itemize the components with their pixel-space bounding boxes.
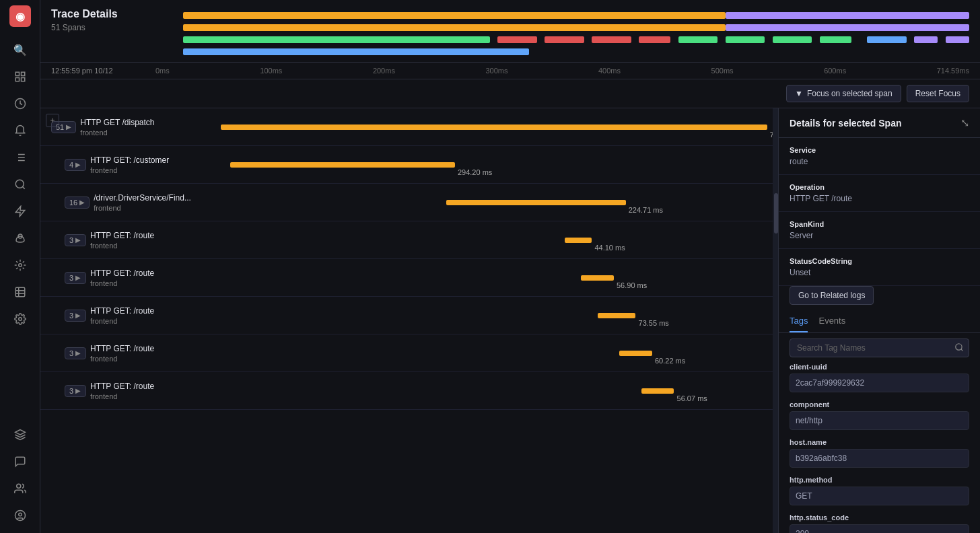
tick-6: 600ms — [824, 67, 846, 75]
tag-value[interactable]: GET — [790, 487, 969, 505]
span-name: HTTP GET: /route — [90, 231, 225, 240]
span-bar — [619, 351, 652, 356]
span-list[interactable]: 51 ▶ HTTP GET /dispatch frontend 714.21 … — [40, 108, 778, 533]
tag-name: client-uuid — [790, 363, 969, 371]
span-bar-inner — [581, 275, 614, 281]
span-bar-inner — [565, 238, 592, 243]
operation-section: Operation HTTP GET /route — [779, 175, 980, 212]
tag-name: component — [790, 400, 969, 408]
svg-point-11 — [15, 180, 24, 188]
chevron-icon[interactable]: ▶ — [75, 349, 81, 357]
sidebar-item-bugs[interactable] — [8, 226, 32, 250]
tick-7: 714.59ms — [937, 67, 969, 75]
app-logo[interactable]: ◉ — [9, 5, 31, 27]
sidebar-item-settings[interactable] — [8, 307, 32, 331]
chevron-icon[interactable]: ▶ — [66, 123, 71, 131]
tag-name: http.method — [790, 476, 969, 484]
sidebar-item-service[interactable] — [8, 253, 32, 277]
sidebar-item-users[interactable] — [8, 476, 32, 501]
span-count-badge[interactable]: 3 ▶ — [65, 234, 86, 246]
tick-3: 300ms — [485, 67, 508, 75]
chevron-icon[interactable]: ▶ — [75, 236, 81, 244]
sidebar-item-query[interactable] — [8, 172, 32, 197]
chevron-icon[interactable]: ▶ — [75, 161, 81, 168]
chevron-icon[interactable]: ▶ — [75, 274, 81, 281]
span-name: HTTP GET: /route — [90, 344, 225, 353]
operation-label: Operation — [790, 183, 969, 191]
span-row[interactable]: 16 ▶ /driver.DriverService/Find... front… — [40, 184, 778, 221]
sidebar-item-alerts[interactable] — [8, 118, 32, 143]
span-bar — [581, 275, 614, 281]
tick-1: 100ms — [260, 67, 282, 75]
page-title: Trace Details — [51, 8, 172, 20]
span-count-badge[interactable]: 16 ▶ — [65, 197, 90, 209]
panel-header: Details for selected Span ⤡ — [779, 108, 980, 138]
span-duration: 294.20 ms — [458, 168, 492, 176]
svg-rect-2 — [21, 78, 24, 81]
span-info: HTTP GET: /route frontend — [90, 269, 225, 287]
chevron-icon[interactable]: ▶ — [75, 312, 81, 319]
spankind-section: SpanKind Server — [779, 212, 980, 249]
span-count-badge[interactable]: 3 ▶ — [65, 310, 86, 322]
sidebar-item-dashboard[interactable] — [8, 65, 32, 89]
sidebar-item-list[interactable] — [8, 145, 32, 170]
expand-icon[interactable]: + — [46, 114, 59, 127]
svg-rect-16 — [15, 287, 25, 297]
scrollbar-thumb[interactable] — [774, 193, 778, 234]
related-logs-button[interactable]: Go to Related logs — [790, 286, 874, 305]
span-row[interactable]: 3 ▶ HTTP GET: /route frontend 44.10 ms — [40, 221, 778, 259]
tag-value[interactable]: net/http — [790, 411, 969, 430]
reset-focus-button[interactable]: Reset Focus — [907, 85, 969, 102]
sidebar-item-explore[interactable] — [8, 92, 32, 116]
tag-name: http.status_code — [790, 513, 969, 522]
span-duration: 73.55 ms — [639, 319, 669, 327]
sidebar-item-profile[interactable] — [8, 503, 32, 528]
span-service: frontend — [94, 204, 228, 212]
sidebar-item-search[interactable]: 🔍 — [8, 38, 32, 62]
span-count-badge[interactable]: 4 ▶ — [65, 159, 86, 171]
span-row[interactable]: 51 ▶ HTTP GET /dispatch frontend 714.21 … — [40, 108, 778, 146]
chevron-icon[interactable]: ▶ — [79, 199, 85, 206]
status-section: StatusCodeString Unset — [779, 249, 980, 286]
tab-tags[interactable]: Tags — [790, 310, 808, 332]
chevron-icon[interactable]: ▶ — [75, 387, 81, 394]
tag-group: http.status_code 200 — [790, 513, 969, 533]
tag-value[interactable]: b392a6abfc38 — [790, 449, 969, 468]
tab-events[interactable]: Events — [818, 310, 845, 332]
scrollbar-track — [773, 108, 778, 533]
span-service: frontend — [90, 279, 225, 287]
span-timeline: 60.22 ms — [225, 334, 773, 371]
tag-value[interactable]: 2cac7af999929632 — [790, 374, 969, 392]
span-row[interactable]: 3 ▶ HTTP GET: /route frontend 73.55 ms — [40, 297, 778, 334]
sidebar-item-table[interactable] — [8, 280, 32, 304]
focus-selected-span-button[interactable]: ▼ Focus on selected span — [786, 85, 901, 102]
span-duration: 56.07 ms — [677, 394, 707, 402]
span-row[interactable]: 3 ▶ HTTP GET: /route frontend 60.22 ms — [40, 334, 778, 372]
span-count-badge[interactable]: 3 ▶ — [65, 347, 86, 359]
tag-group: component net/http — [790, 400, 969, 430]
search-tag-input[interactable] — [790, 339, 969, 357]
span-bar — [641, 388, 674, 394]
tag-value[interactable]: 200 — [790, 524, 969, 533]
span-row[interactable]: 3 ▶ HTTP GET: /route frontend 56.90 ms — [40, 259, 778, 297]
span-timeline: 56.07 ms — [225, 372, 773, 409]
sidebar-item-chat[interactable] — [8, 450, 32, 474]
span-service: frontend — [90, 242, 225, 250]
span-row[interactable]: 3 ▶ HTTP GET: /route frontend 56.07 ms — [40, 372, 778, 410]
svg-line-26 — [961, 349, 963, 351]
span-count-badge[interactable]: 3 ▶ — [65, 272, 86, 284]
sidebar-item-plugins[interactable] — [8, 199, 32, 223]
span-name: HTTP GET: /route — [90, 269, 225, 278]
span-bar — [565, 238, 592, 243]
tick-2: 200ms — [373, 67, 395, 75]
span-bar-inner — [446, 200, 626, 205]
status-label: StatusCodeString — [790, 257, 969, 265]
span-bar-inner — [641, 388, 674, 394]
sidebar-item-layers[interactable] — [8, 423, 32, 447]
span-duration: 224.71 ms — [629, 206, 663, 214]
span-row[interactable]: 4 ▶ HTTP GET: /customer frontend 294.20 … — [40, 146, 778, 184]
svg-marker-13 — [15, 207, 25, 217]
search-tag-icon[interactable] — [954, 343, 964, 354]
panel-expand-icon[interactable]: ⤡ — [960, 116, 969, 129]
span-count-badge[interactable]: 3 ▶ — [65, 385, 86, 397]
